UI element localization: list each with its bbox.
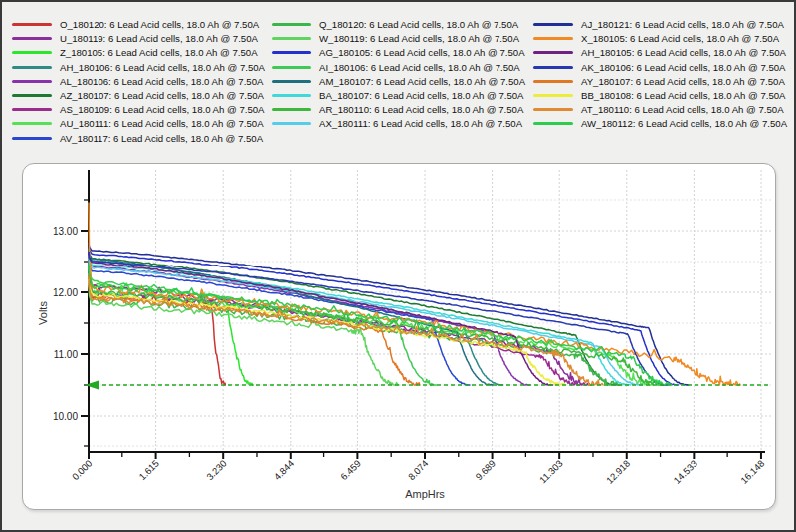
legend-color-swatch (272, 108, 311, 111)
legend-column-3: AJ_180121: 6 Lead Acid cells, 18.0 Ah @ … (533, 17, 787, 131)
legend-item-label: AK_180106: 6 Lead Acid cells, 18.0 Ah @ … (581, 62, 786, 73)
legend-item-label: AL_180106: 6 Lead Acid cells, 18.0 Ah @ … (60, 76, 263, 87)
legend-item[interactable]: AZ_180107: 6 Lead Acid cells, 18.0 Ah @ … (12, 89, 265, 102)
y-axis-label: Volts (37, 301, 49, 325)
legend-color-swatch (272, 80, 311, 83)
legend-item[interactable]: AU_180111: 6 Lead Acid cells, 18.0 Ah @ … (12, 117, 265, 131)
legend-item-label: BB_180108: 6 Lead Acid cells, 18.0 Ah @ … (581, 90, 786, 101)
legend-item-label: Z_180105: 6 Lead Acid cells, 18.0 Ah @ 7… (60, 47, 258, 58)
x-tick-label: 16.148 (738, 458, 766, 486)
legend-item-label: O_180120: 6 Lead Acid cells, 18.0 Ah @ 7… (60, 19, 259, 30)
legend-color-swatch (12, 122, 52, 125)
legend-item[interactable]: O_180120: 6 Lead Acid cells, 18.0 Ah @ 7… (12, 17, 265, 31)
legend-item[interactable]: W_180119: 6 Lead Acid cells, 18.0 Ah @ 7… (272, 31, 525, 45)
legend-item-label: AH_180106: 6 Lead Acid cells, 18.0 Ah @ … (60, 62, 265, 73)
legend-column-2: Q_180120: 6 Lead Acid cells, 18.0 Ah @ 7… (272, 17, 525, 131)
legend-item-label: AS_180109: 6 Lead Acid cells, 18.0 Ah @ … (60, 104, 265, 115)
x-tick-label: 4.844 (272, 458, 297, 483)
legend-item[interactable]: AS_180109: 6 Lead Acid cells, 18.0 Ah @ … (12, 102, 265, 116)
x-tick-label: 9.689 (473, 458, 498, 483)
legend-color-swatch (533, 51, 573, 54)
legend-color-swatch (12, 51, 52, 54)
legend-item-label: W_180119: 6 Lead Acid cells, 18.0 Ah @ 7… (319, 33, 519, 44)
legend-item[interactable]: AL_180106: 6 Lead Acid cells, 18.0 Ah @ … (12, 75, 265, 89)
x-tick-label: 14.533 (671, 458, 698, 486)
legend-color-swatch (533, 23, 573, 26)
legend-item-label: AJ_180121: 6 Lead Acid cells, 18.0 Ah @ … (581, 19, 784, 30)
x-tick-label: 8.074 (406, 458, 431, 483)
legend-item[interactable]: AJ_180121: 6 Lead Acid cells, 18.0 Ah @ … (533, 17, 787, 31)
legend-item-label: AY_180107: 6 Lead Acid cells, 18.0 Ah @ … (581, 76, 785, 87)
legend-color-swatch (272, 51, 311, 54)
legend-item-label: Q_180120: 6 Lead Acid cells, 18.0 Ah @ 7… (319, 19, 518, 30)
legend-color-swatch (12, 37, 52, 40)
legend-column-1: O_180120: 6 Lead Acid cells, 18.0 Ah @ 7… (12, 17, 265, 146)
legend-item[interactable]: Z_180105: 6 Lead Acid cells, 18.0 Ah @ 7… (12, 46, 265, 60)
legend-item-label: AM_180107: 6 Lead Acid cells, 18.0 Ah @ … (319, 76, 525, 87)
legend-color-swatch (533, 66, 573, 69)
legend-item[interactable]: AH_180105: 6 Lead Acid cells, 18.0 Ah @ … (533, 46, 787, 60)
legend-item[interactable]: Q_180120: 6 Lead Acid cells, 18.0 Ah @ 7… (272, 17, 525, 31)
legend-color-swatch (12, 108, 52, 111)
y-tick-label: 11.00 (54, 349, 79, 360)
legend-item[interactable]: AR_180110: 6 Lead Acid cells, 18.0 Ah @ … (272, 102, 525, 116)
legend-color-swatch (12, 80, 52, 83)
x-tick-label: 1.615 (136, 458, 161, 483)
x-tick-label: 12.918 (604, 458, 632, 486)
legend-item-label: BA_180107: 6 Lead Acid cells, 18.0 Ah @ … (319, 90, 524, 101)
y-tick-label: 12.00 (53, 287, 78, 298)
legend-item-label: AR_180110: 6 Lead Acid cells, 18.0 Ah @ … (319, 104, 523, 115)
legend-item[interactable]: AK_180106: 6 Lead Acid cells, 18.0 Ah @ … (533, 60, 787, 74)
legend-color-swatch (12, 94, 52, 97)
legend-color-swatch (12, 23, 52, 26)
axis-layer: 13.0012.0011.0010.000.0001.6153.2304.844… (53, 170, 766, 486)
legend-item[interactable]: AV_180117: 6 Lead Acid cells, 18.0 Ah @ … (12, 131, 265, 145)
legend-item-label: AW_180112: 6 Lead Acid cells, 18.0 Ah @ … (581, 118, 787, 129)
x-tick-label: 3.230 (204, 458, 229, 483)
legend-item[interactable]: AI_180106: 6 Lead Acid cells, 18.0 Ah @ … (272, 60, 525, 74)
legend-item[interactable]: U_180119: 6 Lead Acid cells, 18.0 Ah @ 7… (12, 31, 265, 45)
x-axis-label: AmpHrs (405, 488, 445, 500)
legend-item[interactable]: AG_180105: 6 Lead Acid cells, 18.0 Ah @ … (272, 46, 525, 60)
legend-item[interactable]: BA_180107: 6 Lead Acid cells, 18.0 Ah @ … (272, 89, 525, 102)
legend-color-swatch (272, 23, 311, 26)
legend-item[interactable]: AW_180112: 6 Lead Acid cells, 18.0 Ah @ … (533, 117, 787, 131)
y-tick-label: 13.00 (53, 226, 78, 237)
legend-item-label: AU_180111: 6 Lead Acid cells, 18.0 Ah @ … (60, 118, 264, 129)
x-tick-label: 6.459 (338, 458, 363, 483)
legend-item-label: AZ_180107: 6 Lead Acid cells, 18.0 Ah @ … (60, 90, 264, 101)
legend-item-label: U_180119: 6 Lead Acid cells, 18.0 Ah @ 7… (60, 33, 258, 44)
legend-color-swatch (12, 66, 52, 69)
plot-area[interactable]: 13.0012.0011.0010.000.0001.6153.2304.844… (23, 164, 775, 509)
legend-color-swatch (12, 137, 52, 140)
y-tick-label: 10.00 (53, 411, 78, 422)
legend-item-label: AG_180105: 6 Lead Acid cells, 18.0 Ah @ … (319, 47, 525, 58)
legend-color-swatch (533, 108, 573, 111)
legend-color-swatch (272, 66, 311, 69)
legend-item-label: AI_180106: 6 Lead Acid cells, 18.0 Ah @ … (319, 62, 520, 73)
series-line-AJ_180121 (89, 243, 689, 385)
legend-item[interactable]: AT_180110: 6 Lead Acid cells, 18.0 Ah @ … (533, 102, 787, 116)
legend-color-swatch (533, 80, 573, 83)
legend-item[interactable]: AX_180111: 6 Lead Acid cells, 18.0 Ah @ … (272, 117, 525, 131)
battery-analyzer-window: O_180120: 6 Lead Acid cells, 18.0 Ah @ 7… (0, 0, 796, 532)
legend-color-swatch (533, 37, 573, 40)
legend-color-swatch (533, 122, 573, 125)
legend-item[interactable]: AM_180107: 6 Lead Acid cells, 18.0 Ah @ … (272, 75, 525, 89)
legend-item[interactable]: AY_180107: 6 Lead Acid cells, 18.0 Ah @ … (533, 75, 787, 89)
legend-item-label: AX_180111: 6 Lead Acid cells, 18.0 Ah @ … (319, 118, 522, 129)
x-tick-label: 0.000 (70, 458, 95, 483)
legend-item-label: AT_180110: 6 Lead Acid cells, 18.0 Ah @ … (581, 104, 784, 115)
grid-layer (89, 170, 771, 452)
legend-item-label: AV_180117: 6 Lead Acid cells, 18.0 Ah @ … (60, 133, 263, 144)
legend-item[interactable]: X_180105: 6 Lead Acid cells, 18.0 Ah @ 7… (533, 31, 787, 45)
legend-color-swatch (272, 122, 311, 125)
legend-item-label: AH_180105: 6 Lead Acid cells, 18.0 Ah @ … (581, 47, 786, 58)
legend-item[interactable]: AH_180106: 6 Lead Acid cells, 18.0 Ah @ … (12, 60, 265, 74)
legend-item-label: X_180105: 6 Lead Acid cells, 18.0 Ah @ 7… (581, 33, 779, 44)
legend-color-swatch (272, 94, 311, 97)
cutoff-arrow-icon (85, 381, 99, 390)
x-tick-label: 11.303 (537, 458, 565, 486)
legend-item[interactable]: BB_180108: 6 Lead Acid cells, 18.0 Ah @ … (533, 89, 787, 102)
chart-panel: 13.0012.0011.0010.000.0001.6153.2304.844… (22, 163, 776, 510)
